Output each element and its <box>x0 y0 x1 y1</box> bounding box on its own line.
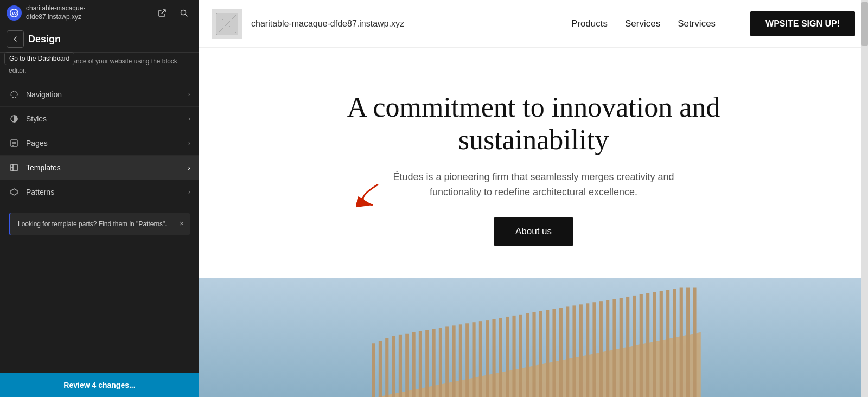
svg-rect-9 <box>11 164 17 171</box>
svg-rect-56 <box>633 296 636 397</box>
svg-rect-57 <box>640 294 643 397</box>
scrollbar-thumb[interactable] <box>861 2 868 46</box>
svg-rect-36 <box>499 318 502 397</box>
templates-icon <box>9 162 20 173</box>
svg-point-3 <box>11 91 17 98</box>
svg-rect-58 <box>646 293 649 397</box>
sidebar-item-styles[interactable]: Styles › <box>0 107 199 131</box>
signup-button[interactable]: WPSITE SIGN UP! <box>750 11 855 36</box>
svg-rect-17 <box>372 343 375 397</box>
sidebar-item-patterns[interactable]: Patterns › <box>0 180 199 204</box>
svg-rect-53 <box>612 299 616 397</box>
navigation-chevron: › <box>188 91 190 98</box>
sidebar-item-navigation[interactable]: Navigation › <box>0 82 199 107</box>
svg-rect-21 <box>399 335 402 397</box>
svg-rect-45 <box>559 308 563 397</box>
sidebar-item-templates[interactable]: Templates › <box>0 156 199 180</box>
main-content: charitable-macaque-dfde87.instawp.xyz Pr… <box>199 0 868 397</box>
back-button[interactable] <box>7 30 24 48</box>
svg-rect-51 <box>599 301 603 397</box>
styles-chevron: › <box>188 115 190 123</box>
svg-rect-47 <box>572 306 576 397</box>
svg-rect-29 <box>452 326 455 397</box>
svg-rect-24 <box>419 331 422 397</box>
sidebar-topbar: W charitable-macaque- dfde87.instawp.xyz <box>0 0 199 26</box>
review-changes-button[interactable]: Review 4 changes... <box>0 373 199 397</box>
svg-rect-28 <box>445 327 449 397</box>
svg-rect-50 <box>592 302 596 397</box>
nav-link-services[interactable]: Services <box>625 18 660 29</box>
notice-close-button[interactable]: × <box>180 220 184 227</box>
svg-rect-38 <box>512 316 515 397</box>
svg-rect-37 <box>506 317 509 397</box>
templates-label: Templates <box>26 163 188 172</box>
svg-rect-23 <box>412 332 416 397</box>
preview-logo-placeholder <box>212 9 242 39</box>
svg-rect-61 <box>666 290 669 397</box>
svg-rect-64 <box>686 288 690 397</box>
svg-rect-35 <box>492 319 495 397</box>
design-title: Design <box>28 34 61 45</box>
svg-rect-30 <box>459 325 462 397</box>
design-header: Design Go to the Dashboard <box>0 26 199 53</box>
topbar-icons <box>154 4 193 22</box>
preview-site-name: charitable-macaque-dfde87.instawp.xyz <box>251 19 404 29</box>
svg-rect-39 <box>519 315 522 397</box>
svg-rect-33 <box>479 321 482 397</box>
svg-rect-63 <box>680 288 683 397</box>
preview-hero: A commitment to innovation and sustainab… <box>199 48 868 278</box>
hero-subtitle: Études is a pioneering firm that seamles… <box>382 169 686 201</box>
external-link-button[interactable] <box>154 4 171 22</box>
navigation-label: Navigation <box>26 90 188 99</box>
patterns-label: Patterns <box>26 188 188 196</box>
preview-logo-area: charitable-macaque-dfde87.instawp.xyz <box>212 9 571 39</box>
pages-label: Pages <box>26 139 188 148</box>
circle-dash-icon <box>9 89 20 100</box>
site-name: charitable-macaque- dfde87.instawp.xyz <box>26 4 149 21</box>
website-preview: charitable-macaque-dfde87.instawp.xyz Pr… <box>199 0 868 397</box>
templates-chevron: › <box>188 163 190 172</box>
svg-rect-43 <box>546 310 549 397</box>
svg-rect-54 <box>620 298 623 397</box>
svg-rect-26 <box>432 329 435 397</box>
styles-label: Styles <box>26 114 188 123</box>
template-parts-notice: Looking for template parts? Find them in… <box>9 213 190 235</box>
pages-chevron: › <box>188 139 190 147</box>
svg-rect-40 <box>526 313 529 397</box>
preview-nav: charitable-macaque-dfde87.instawp.xyz Pr… <box>199 0 868 48</box>
svg-rect-42 <box>539 311 542 397</box>
svg-rect-22 <box>405 334 409 397</box>
pages-icon <box>9 138 20 149</box>
styles-icon <box>9 113 20 124</box>
nav-link-setrvices[interactable]: Setrvices <box>678 18 716 29</box>
svg-rect-32 <box>472 322 475 397</box>
notice-text: Looking for template parts? Find them in… <box>18 220 175 229</box>
svg-rect-34 <box>486 320 489 397</box>
preview-nav-links: Products Services Setrvices WPSITE SIGN … <box>571 11 855 36</box>
svg-rect-59 <box>653 292 656 397</box>
svg-rect-27 <box>439 328 442 397</box>
svg-rect-60 <box>660 291 663 397</box>
about-us-button[interactable]: About us <box>494 217 573 246</box>
svg-rect-65 <box>693 288 696 397</box>
nav-link-products[interactable]: Products <box>571 18 608 29</box>
hero-title: A commitment to innovation and sustainab… <box>344 91 724 156</box>
svg-rect-44 <box>552 309 556 397</box>
svg-rect-41 <box>532 312 535 397</box>
sidebar-item-pages[interactable]: Pages › <box>0 131 199 156</box>
sidebar-menu: Navigation › Styles › Pa <box>0 82 199 373</box>
patterns-icon <box>9 187 20 197</box>
tooltip: Go to the Dashboard <box>4 52 74 65</box>
scrollbar-track <box>861 0 868 397</box>
svg-rect-25 <box>425 330 429 397</box>
svg-rect-55 <box>626 297 629 397</box>
wp-logo[interactable]: W <box>7 5 22 21</box>
search-button[interactable] <box>175 4 193 22</box>
building-image <box>199 278 868 397</box>
svg-text:W: W <box>12 10 17 16</box>
svg-rect-18 <box>379 341 382 397</box>
svg-rect-46 <box>566 307 569 397</box>
sidebar: W charitable-macaque- dfde87.instawp.xyz <box>0 0 199 397</box>
svg-rect-49 <box>586 303 589 397</box>
svg-rect-31 <box>465 323 469 397</box>
